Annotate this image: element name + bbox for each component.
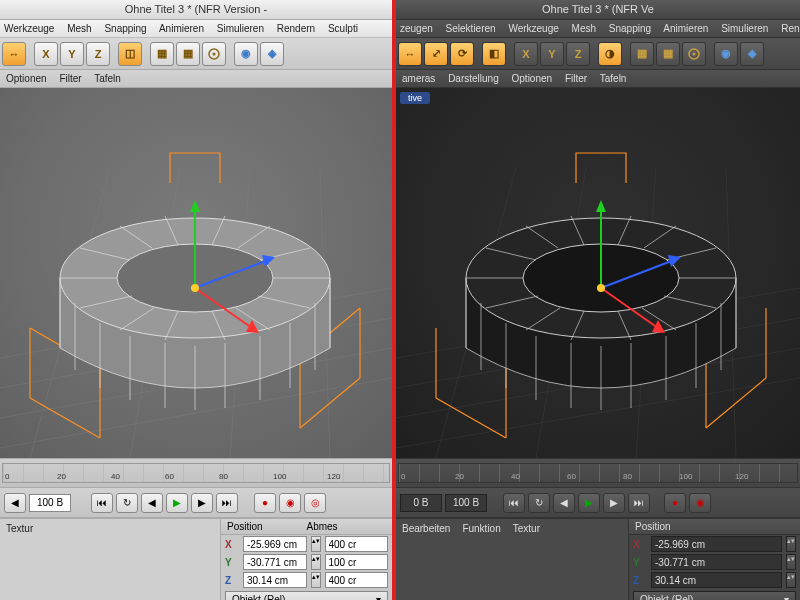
material-menu-item[interactable]: Funktion — [462, 523, 500, 596]
axis-y-label: Y — [633, 557, 647, 568]
viewport-menu-item[interactable]: Darstellung — [448, 73, 499, 84]
move-tool-icon[interactable]: ↔ — [2, 42, 26, 66]
axis-z-label: Z — [225, 575, 239, 586]
primitive-plane-icon[interactable]: ◈ — [740, 42, 764, 66]
play-button[interactable]: ▶ — [578, 493, 600, 513]
record-button[interactable]: ● — [664, 493, 686, 513]
viewport-3d[interactable] — [0, 88, 392, 458]
autokey-button[interactable]: ◉ — [689, 493, 711, 513]
render-settings-icon[interactable] — [202, 42, 226, 66]
rotate-tool-icon[interactable]: ⟳ — [450, 42, 474, 66]
material-menu-item[interactable]: Bearbeiten — [402, 523, 450, 596]
pos-z-field[interactable] — [651, 572, 782, 588]
move-tool-icon[interactable]: ↔ — [398, 42, 422, 66]
svg-point-1 — [213, 52, 216, 55]
menu-item[interactable]: Sculpti — [328, 23, 358, 34]
menu-item[interactable]: Animieren — [663, 23, 708, 34]
frame-ruler[interactable]: 0 20 40 60 80 100 120 — [398, 463, 798, 483]
frame-ruler[interactable]: 0 20 40 60 80 100 120 — [2, 463, 390, 483]
pos-x-field[interactable] — [243, 536, 307, 552]
key-set-button[interactable]: ◎ — [304, 493, 326, 513]
axis-x-button[interactable]: X — [514, 42, 538, 66]
prev-key-button[interactable]: ◀ — [4, 493, 26, 513]
goto-start-button[interactable]: ⏮ — [503, 493, 525, 513]
step-back-button[interactable]: ◀ — [141, 493, 163, 513]
record-button[interactable]: ● — [254, 493, 276, 513]
viewport-menu-item[interactable]: Optionen — [512, 73, 553, 84]
viewport-menu-item[interactable]: Tafeln — [94, 73, 121, 84]
loop-button[interactable]: ↻ — [116, 493, 138, 513]
material-menu-item[interactable]: Textur — [513, 523, 540, 596]
goto-end-button[interactable]: ⏭ — [216, 493, 238, 513]
menu-item[interactable]: Mesh — [572, 23, 596, 34]
size-y-field[interactable] — [325, 554, 389, 570]
pos-y-field[interactable] — [243, 554, 307, 570]
spinner-icon[interactable]: ▴▾ — [311, 572, 321, 588]
goto-end-button[interactable]: ⏭ — [628, 493, 650, 513]
render-icon[interactable]: ▦ — [630, 42, 654, 66]
menu-item[interactable]: Mesh — [67, 23, 91, 34]
play-button[interactable]: ▶ — [166, 493, 188, 513]
menu-item[interactable]: Selektieren — [446, 23, 496, 34]
render-region-icon[interactable]: ▦ — [656, 42, 680, 66]
viewport-menu-item[interactable]: Filter — [59, 73, 81, 84]
step-back-button[interactable]: ◀ — [553, 493, 575, 513]
axis-y-button[interactable]: Y — [60, 42, 84, 66]
viewport-menu-item[interactable]: Tafeln — [600, 73, 627, 84]
cube-icon[interactable]: ◫ — [118, 42, 142, 66]
timeline-ruler[interactable]: 0 20 40 60 80 100 120 — [396, 458, 800, 488]
primitive-cube-icon[interactable]: ◉ — [714, 42, 738, 66]
axis-z-button[interactable]: Z — [86, 42, 110, 66]
lasttool-icon[interactable]: ◧ — [482, 42, 506, 66]
scale-tool-icon[interactable]: ⤢ — [424, 42, 448, 66]
menu-item[interactable]: Simulieren — [721, 23, 768, 34]
spinner-icon[interactable]: ▴▾ — [786, 572, 796, 588]
menu-item[interactable]: Rendern — [781, 23, 800, 34]
axis-x-button[interactable]: X — [34, 42, 58, 66]
spinner-icon[interactable]: ▴▾ — [311, 554, 321, 570]
menu-item[interactable]: Werkzeuge — [4, 23, 54, 34]
menu-item[interactable]: Werkzeuge — [508, 23, 558, 34]
pos-x-field[interactable] — [651, 536, 782, 552]
size-z-field[interactable] — [325, 572, 389, 588]
size-x-field[interactable] — [325, 536, 389, 552]
render-icon[interactable]: ▦ — [150, 42, 174, 66]
viewport-menu-item[interactable]: Optionen — [6, 73, 47, 84]
material-menu-item[interactable]: Textur — [6, 523, 33, 596]
menu-item[interactable]: Snapping — [104, 23, 146, 34]
range-end-field[interactable]: 100 B — [445, 494, 487, 512]
coord-mode-dropdown[interactable]: Objekt (Rel)▾ — [633, 591, 796, 600]
viewport-3d[interactable]: tive — [396, 88, 800, 458]
svg-point-87 — [597, 284, 605, 292]
menu-item[interactable]: Simulieren — [217, 23, 264, 34]
menu-item[interactable]: Rendern — [277, 23, 315, 34]
step-fwd-button[interactable]: ▶ — [191, 493, 213, 513]
step-fwd-button[interactable]: ▶ — [603, 493, 625, 513]
timeline-ruler[interactable]: 0 20 40 60 80 100 120 — [0, 458, 392, 488]
menu-item[interactable]: Snapping — [609, 23, 651, 34]
primitive-plane-icon[interactable]: ◈ — [260, 42, 284, 66]
menu-item[interactable]: zeugen — [400, 23, 433, 34]
main-toolbar: ↔ X Y Z ◫ ▦ ▦ ◉ ◈ — [0, 38, 392, 70]
coord-mode-dropdown[interactable]: Objekt (Rel)▾ — [225, 591, 388, 600]
loop-button[interactable]: ↻ — [528, 493, 550, 513]
svg-point-45 — [693, 52, 696, 55]
spinner-icon[interactable]: ▴▾ — [786, 536, 796, 552]
goto-start-button[interactable]: ⏮ — [91, 493, 113, 513]
spinner-icon[interactable]: ▴▾ — [786, 554, 796, 570]
pos-y-field[interactable] — [651, 554, 782, 570]
render-region-icon[interactable]: ▦ — [176, 42, 200, 66]
axis-z-button[interactable]: Z — [566, 42, 590, 66]
coord-sys-icon[interactable]: ◑ — [598, 42, 622, 66]
menu-item[interactable]: Animieren — [159, 23, 204, 34]
autokey-button[interactable]: ◉ — [279, 493, 301, 513]
render-settings-icon[interactable] — [682, 42, 706, 66]
spinner-icon[interactable]: ▴▾ — [311, 536, 321, 552]
primitive-cube-icon[interactable]: ◉ — [234, 42, 258, 66]
axis-y-button[interactable]: Y — [540, 42, 564, 66]
viewport-menu-item[interactable]: ameras — [402, 73, 435, 84]
viewport-menu-item[interactable]: Filter — [565, 73, 587, 84]
current-frame-field[interactable]: 100 B — [29, 494, 71, 512]
range-start-field[interactable]: 0 B — [400, 494, 442, 512]
pos-z-field[interactable] — [243, 572, 307, 588]
